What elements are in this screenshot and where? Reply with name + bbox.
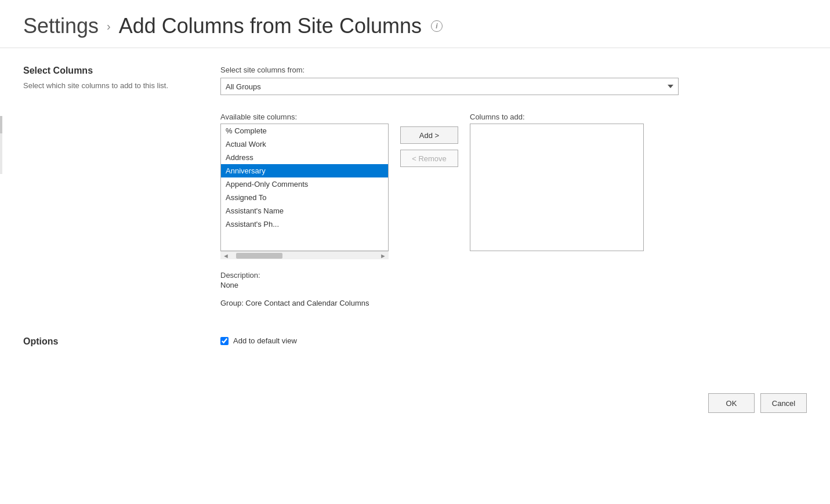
ok-button[interactable]: OK bbox=[708, 393, 755, 413]
list-item[interactable]: Append-Only Comments bbox=[221, 177, 388, 191]
horizontal-scrollbar[interactable]: ◄ ► bbox=[220, 251, 389, 259]
add-to-default-view-row: Add to default view bbox=[220, 336, 807, 345]
available-columns-label: Available site columns: bbox=[220, 113, 389, 121]
add-to-default-view-label: Add to default view bbox=[233, 336, 297, 345]
left-panel: Select Columns Select which site columns… bbox=[23, 66, 220, 319]
right-panel: Select site columns from: All Groups Bas… bbox=[220, 66, 807, 319]
group-info: Group: Core Contact and Calendar Columns bbox=[220, 299, 807, 307]
site-columns-dropdown[interactable]: All Groups Base Columns Business Intelli… bbox=[220, 78, 679, 95]
list-item[interactable]: Assigned To bbox=[221, 191, 388, 204]
settings-label: Settings bbox=[23, 14, 99, 38]
columns-to-add-container: Columns to add: bbox=[470, 113, 644, 251]
site-columns-from-label: Select site columns from: bbox=[220, 66, 807, 74]
available-columns-listbox[interactable]: % Complete Actual Work Address Anniversa… bbox=[220, 124, 389, 251]
list-item[interactable]: Address bbox=[221, 151, 388, 164]
columns-section: Available site columns: % Complete Actua… bbox=[220, 113, 807, 259]
cancel-button[interactable]: Cancel bbox=[760, 393, 807, 413]
description-label: Description: bbox=[220, 271, 807, 280]
options-left-panel: Options bbox=[23, 336, 220, 347]
add-button[interactable]: Add > bbox=[400, 126, 458, 144]
scroll-right-arrow[interactable]: ► bbox=[378, 252, 389, 259]
list-item[interactable]: Assistant's Name bbox=[221, 204, 388, 217]
list-item[interactable]: Assistant's Ph... bbox=[221, 217, 388, 231]
scroll-left-arrow[interactable]: ◄ bbox=[220, 252, 231, 259]
nav-indicator-dot bbox=[0, 116, 2, 133]
columns-to-add-label: Columns to add: bbox=[470, 113, 644, 121]
options-section-wrapper: Options Add to default view bbox=[0, 336, 830, 347]
columns-to-add-listbox[interactable] bbox=[470, 124, 644, 251]
site-columns-from-section: Select site columns from: All Groups Bas… bbox=[220, 66, 807, 95]
select-columns-description: Select which site columns to add to this… bbox=[23, 81, 197, 91]
list-item[interactable]: % Complete bbox=[221, 124, 388, 137]
list-item-selected[interactable]: Anniversary bbox=[221, 164, 388, 177]
options-title: Options bbox=[23, 336, 197, 347]
page-content: Select Columns Select which site columns… bbox=[0, 48, 830, 336]
scroll-thumb[interactable] bbox=[236, 253, 282, 259]
select-columns-title: Select Columns bbox=[23, 66, 197, 76]
options-right-panel: Add to default view bbox=[220, 336, 807, 347]
page-title: Add Columns from Site Columns bbox=[119, 14, 422, 38]
description-value: None bbox=[220, 281, 807, 289]
action-buttons: Add > < Remove bbox=[400, 113, 458, 167]
remove-button[interactable]: < Remove bbox=[400, 150, 458, 167]
info-icon[interactable]: i bbox=[431, 20, 443, 32]
available-columns-container: Available site columns: % Complete Actua… bbox=[220, 113, 389, 259]
breadcrumb-arrow: › bbox=[107, 20, 111, 33]
page-header: Settings › Add Columns from Site Columns… bbox=[0, 0, 830, 48]
add-to-default-view-checkbox[interactable] bbox=[220, 337, 229, 345]
description-section: Description: None bbox=[220, 271, 807, 289]
list-item[interactable]: Actual Work bbox=[221, 137, 388, 151]
footer-buttons: OK Cancel bbox=[0, 382, 830, 425]
